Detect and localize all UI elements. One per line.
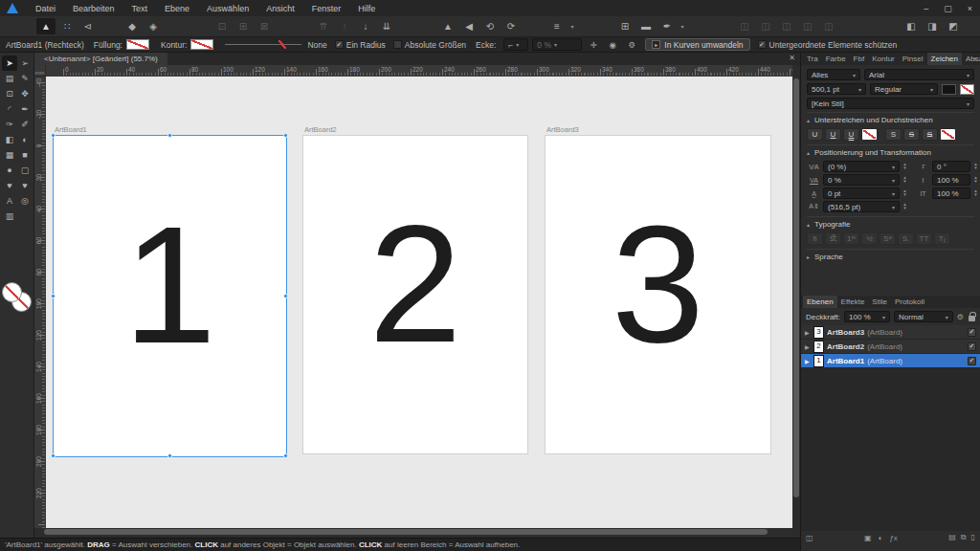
tab-zeichen[interactable]: Zeichen [927, 53, 962, 65]
character-range-dropdown[interactable]: Alles▾ [807, 69, 860, 80]
pen-tool-icon[interactable]: ✒ [17, 101, 33, 117]
stroke-width-value[interactable]: None [307, 40, 326, 50]
layer-row-artboard2[interactable]: ▶2ArtBoard2(ArtBoard)✓ [801, 340, 980, 354]
artboard-tool-icon[interactable]: ▤ [2, 71, 17, 86]
layer-thumbnail[interactable]: 2 [813, 341, 824, 353]
vertical-scale-field-stepper[interactable]: ▲▼ [972, 175, 979, 186]
export-persona-icon[interactable]: ⊲ [78, 18, 98, 34]
restore-button[interactable]: ▢ [944, 4, 952, 13]
expand-arrow-icon[interactable]: ▶ [805, 329, 811, 336]
stroke-width-slider[interactable] [225, 44, 301, 45]
font-style-dropdown[interactable]: Regular▾ [870, 83, 938, 95]
selection-handle[interactable] [167, 453, 172, 458]
rounded-rectangle-tool-icon[interactable]: ▢ [17, 163, 33, 178]
all-caps-button[interactable]: TT [916, 232, 932, 245]
flip-horizontal-icon[interactable]: ▲ [438, 18, 457, 34]
stepper-down-icon[interactable]: ▼ [902, 193, 906, 198]
expand-arrow-icon[interactable]: ▶ [805, 343, 811, 350]
alignment-caret-icon[interactable]: ▾ [568, 18, 576, 34]
stepper-down-icon[interactable]: ▼ [902, 180, 906, 185]
small-caps-button[interactable]: T₁ [934, 232, 950, 245]
strike-none-button[interactable]: S [885, 128, 902, 141]
gear-icon[interactable]: ⚙ [624, 38, 639, 51]
layer-row-artboard3[interactable]: ▶3ArtBoard3(ArtBoard)✓ [801, 325, 980, 340]
heart-tool-icon[interactable]: ♥ [2, 178, 17, 193]
pixel-persona-icon[interactable]: ∷ [57, 18, 77, 34]
tab-protokoll[interactable]: Protokoll [891, 296, 928, 308]
font-family-dropdown[interactable]: Arial▾ [864, 69, 974, 80]
selection-handle[interactable] [51, 133, 56, 138]
horizontal-scrollbar-thumb[interactable] [44, 529, 768, 535]
absolute-sizes-checkbox[interactable] [393, 40, 402, 49]
frame-text-tool-icon[interactable]: ▥ [2, 209, 17, 224]
layers-empty-area[interactable] [801, 368, 980, 531]
vertical-scrollbar-thumb[interactable] [793, 78, 799, 497]
artboard-artboard3[interactable]: ArtBoard33 [546, 136, 770, 453]
snapping-state-icon[interactable]: ▬ [636, 18, 656, 34]
insert-target-icon-1[interactable]: ◫ [735, 18, 754, 34]
adjustment-layer-icon[interactable]: ◐ [879, 534, 883, 542]
opacity-dropdown[interactable]: 100 %▾ [844, 311, 890, 322]
fill-color-well[interactable] [2, 282, 22, 302]
artboard-label[interactable]: ArtBoard2 [304, 125, 337, 134]
cycle-selection-icon[interactable]: ◉ [605, 38, 620, 51]
layer-thumbnail[interactable]: 1 [813, 355, 824, 367]
artboard-label[interactable]: ArtBoard3 [546, 125, 579, 134]
menu-auswählen[interactable]: Auswählen [198, 0, 257, 16]
transform-bbox-icon[interactable]: ⊡ [212, 18, 232, 34]
font-size-dropdown[interactable]: 500,1 pt▾ [807, 83, 866, 95]
underline-double-button[interactable]: U [843, 128, 859, 141]
layer-settings-gear-icon[interactable]: ⚙ [957, 313, 964, 321]
tab-fbf[interactable]: Fbf [850, 53, 869, 65]
tab-effekte[interactable]: Effekte [837, 296, 869, 308]
discretionary-ligatures-button[interactable]: ﬆ [825, 232, 841, 245]
close-button[interactable]: × [968, 4, 972, 13]
shape-cut-icon[interactable]: ◈ [144, 18, 163, 34]
selection-handle[interactable] [51, 294, 56, 298]
section-position[interactable]: ▴ Positionierung und Transformation [807, 144, 974, 159]
zoom-tool-icon[interactable]: ◎ [17, 193, 33, 209]
horizontal-scale-field-input[interactable]: 100 % [932, 187, 970, 199]
crop-tool-icon[interactable]: ⊡ [2, 86, 17, 101]
transparency-tool-icon[interactable]: ◐ [17, 132, 33, 147]
subscript-button[interactable]: S. [898, 232, 914, 245]
artboard-content-text[interactable]: 1 [123, 201, 216, 368]
snapping-caret-icon[interactable]: ▾ [679, 18, 686, 34]
underline-color-none-swatch[interactable] [861, 128, 878, 141]
fractions-button[interactable]: ½ [861, 232, 878, 245]
text-style-dropdown[interactable]: [Kein Stil]▾ [807, 98, 974, 109]
selection-handle[interactable] [51, 453, 56, 458]
tab-stile[interactable]: Stile [868, 296, 891, 308]
superscript-button[interactable]: Sᵃ [880, 232, 896, 245]
underline-single-button[interactable]: U [825, 128, 841, 141]
panel-options-icon[interactable]: ▪ [973, 55, 976, 63]
blend-mode-dropdown[interactable]: Normal▾ [894, 311, 953, 322]
boolean-subtract-icon[interactable]: ◨ [923, 18, 942, 34]
menu-hilfe[interactable]: Hilfe [349, 0, 384, 16]
view-hand-tool-icon[interactable]: ✥ [17, 86, 33, 101]
flip-vertical-icon[interactable]: ◀ [459, 18, 479, 34]
insert-target-icon-5[interactable]: ◫ [819, 18, 838, 34]
back-one-icon[interactable]: ↓ [356, 18, 375, 34]
single-radius-checkbox[interactable]: ✓ [335, 40, 344, 49]
shear-field-stepper[interactable]: ▲▼ [972, 162, 979, 172]
selection-handle[interactable] [167, 133, 172, 138]
expand-arrow-icon[interactable]: ▶ [805, 358, 811, 364]
lock-icon[interactable] [969, 316, 975, 321]
stepper-down-icon[interactable]: ▼ [973, 180, 977, 185]
boolean-intersect-icon[interactable]: ◩ [944, 18, 963, 34]
leading-override-field-stepper[interactable]: ▲▼ [902, 202, 908, 212]
shape-filled-icon[interactable]: ◆ [122, 18, 142, 34]
rotate-cw-icon[interactable]: ⟳ [501, 18, 521, 34]
kerning-field-stepper[interactable]: ▲▼ [902, 162, 908, 172]
fill-swatch[interactable] [126, 39, 149, 50]
artboard-content-text[interactable]: 3 [612, 200, 704, 367]
menu-text[interactable]: Text [123, 0, 157, 16]
place-image-tool-icon[interactable]: ▦ [2, 147, 17, 163]
new-layer-icon[interactable]: ▤ [948, 533, 956, 542]
layer-thumbnail[interactable]: 3 [813, 326, 824, 339]
tab-kontur[interactable]: Kontur [868, 53, 899, 65]
tab-pinsel[interactable]: Pinsel [899, 53, 927, 65]
fill-stroke-selector[interactable] [2, 280, 33, 313]
transform-shear-icon[interactable]: ⊠ [255, 18, 274, 34]
